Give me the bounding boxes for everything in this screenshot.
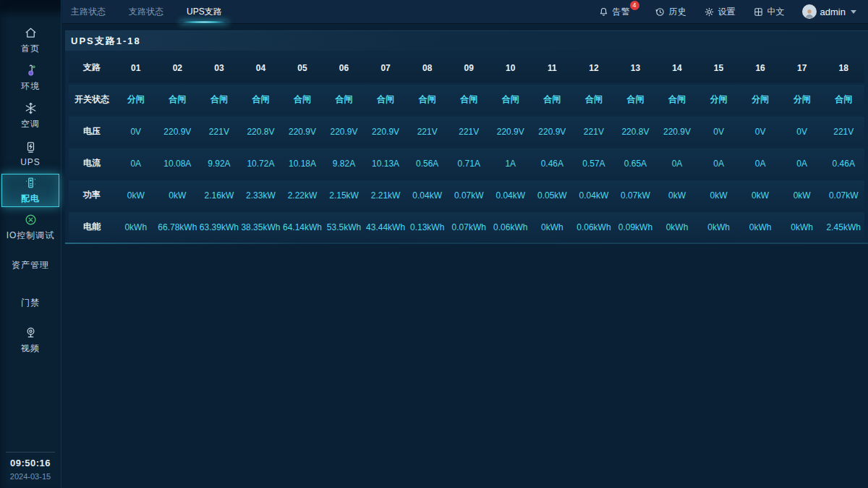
table-cell: 2.45kWh: [822, 222, 864, 232]
table-cell: 合闸: [407, 93, 448, 106]
sidebar-item-label: IO控制调试: [7, 230, 55, 242]
history-icon: [655, 7, 665, 17]
table-cell: 0kW: [656, 190, 698, 201]
ups-branch-panel: UPS支路1-18 支路0102030405060708091011121314…: [65, 30, 868, 244]
table-cell: 220.9V: [490, 127, 532, 137]
user-menu[interactable]: admin: [802, 4, 856, 19]
user-avatar: [802, 4, 817, 19]
table-cell: 分闸: [115, 93, 157, 106]
column-header: 12: [573, 63, 615, 73]
table-cell: 0kWh: [656, 222, 698, 232]
table-cell: 10.72A: [240, 159, 282, 169]
tab-ups-branch[interactable]: UPS支路: [185, 0, 224, 23]
table-cell: 0V: [781, 127, 823, 137]
history-button[interactable]: 历史: [655, 6, 686, 18]
table-cell: 合闸: [281, 93, 323, 106]
table-cell: 43.44kWh: [365, 222, 407, 232]
table-cell: 64.14kWh: [281, 222, 323, 232]
table-cell: 0A: [739, 159, 781, 169]
corner-label: 支路: [69, 62, 115, 74]
settings-button[interactable]: 设置: [704, 6, 736, 18]
sidebar-item-power[interactable]: 配电: [1, 174, 59, 207]
column-header: 05: [281, 63, 323, 73]
table-cell: 63.39kWh: [198, 222, 240, 232]
table-cell: 10.08A: [157, 159, 199, 169]
language-label: 中文: [767, 6, 785, 18]
column-header: 02: [157, 63, 199, 73]
sidebar-item-label: 视频: [21, 342, 40, 355]
table-cell: 合闸: [240, 93, 282, 106]
column-header: 18: [822, 63, 864, 73]
table-cell: 合闸: [157, 93, 199, 106]
table-cell: 0kW: [739, 190, 781, 201]
table-cell: 0.05kW: [532, 190, 574, 201]
column-header: 06: [323, 63, 365, 73]
alarm-button[interactable]: 告警 4: [598, 6, 637, 18]
table-cell: 合闸: [365, 93, 407, 106]
column-header: 11: [532, 63, 574, 73]
panel-title: UPS支路1-18: [65, 31, 868, 51]
table-row-energy: 电能0kWh66.78kWh63.39kWh38.35kWh64.14kWh53…: [69, 212, 864, 242]
sidebar-item-ac[interactable]: 空调: [0, 97, 61, 135]
table-cell: 0.06kWh: [490, 222, 532, 232]
user-name: admin: [820, 7, 846, 17]
table-cell: 分闸: [739, 93, 781, 106]
chevron-down-icon: [851, 10, 856, 14]
sidebar-items: 首页环境空调UPS配电IO控制调试资产管理门禁视频: [0, 22, 61, 359]
sidebar-item-door[interactable]: 门禁: [0, 284, 61, 321]
sidebar-item-home[interactable]: 首页: [0, 22, 61, 59]
tab-branch-circuit[interactable]: 支路状态: [127, 0, 165, 23]
table-cell: 合闸: [822, 93, 864, 106]
table-cell: 0.56A: [407, 159, 448, 169]
table-cell: 221V: [822, 127, 864, 137]
top-header: 主路状态支路状态UPS支路 告警 4 历史 设置: [62, 0, 868, 24]
ups-branch-table: 支路010203040506070809101112131415161718开关…: [65, 51, 868, 242]
sidebar-item-io[interactable]: IO控制调试: [0, 209, 61, 246]
sidebar-item-label: UPS: [20, 157, 41, 167]
table-row-current: 电流0A10.08A9.92A10.72A10.18A9.82A10.13A0.…: [69, 148, 864, 178]
ups-icon: [24, 140, 38, 154]
sidebar-item-env[interactable]: 环境: [0, 59, 61, 97]
table-cell: 220.8V: [240, 127, 282, 137]
column-header: 07: [365, 63, 407, 73]
power-cabinet-icon: [24, 176, 38, 190]
table-cell: 2.21kW: [365, 190, 407, 201]
table-cell: 合闸: [198, 93, 240, 106]
table-cell: 1A: [490, 159, 532, 169]
table-cell: 0.71A: [448, 159, 490, 169]
table-cell: 2.16kW: [198, 190, 240, 201]
table-cell: 221V: [407, 127, 448, 137]
table-cell: 0.09kWh: [615, 222, 657, 232]
table-cell: 2.15kW: [323, 190, 365, 201]
table-cell: 0.04kW: [407, 190, 448, 201]
sidebar-item-label: 环境: [21, 80, 40, 93]
sidebar-item-asset[interactable]: 资产管理: [0, 246, 61, 284]
table-cell: 220.8V: [615, 127, 657, 137]
sidebar-item-ups[interactable]: UPS: [0, 135, 61, 172]
column-header: 08: [407, 63, 448, 73]
language-button[interactable]: 中文: [753, 6, 785, 18]
table-cell: 分闸: [781, 93, 823, 106]
snowflake-icon: [24, 101, 38, 115]
column-header: 09: [448, 63, 490, 73]
column-header: 17: [781, 63, 823, 73]
column-header: 01: [115, 63, 157, 73]
table-cell: 9.82A: [323, 159, 365, 169]
language-icon: [753, 7, 764, 17]
row-label: 开关状态: [69, 93, 115, 106]
sidebar-item-label: 首页: [21, 43, 40, 55]
table-cell: 合闸: [656, 93, 698, 106]
table-cell: 0.07kW: [822, 190, 864, 201]
row-label: 电能: [69, 221, 115, 233]
sidebar-item-label: 配电: [21, 193, 40, 205]
table-cell: 0A: [656, 159, 698, 169]
tab-main-circuit[interactable]: 主路状态: [69, 0, 107, 23]
gear-icon: [704, 7, 715, 17]
table-cell: 9.92A: [198, 159, 240, 169]
table-cell: 0.06kWh: [573, 222, 615, 232]
sidebar-item-video[interactable]: 视频: [0, 321, 61, 359]
table-cell: 0.46A: [532, 159, 574, 169]
sidebar-clock: 09:50:16 2024-03-15: [0, 452, 61, 488]
table-cell: 合闸: [615, 93, 657, 106]
table-cell: 0A: [115, 159, 157, 169]
